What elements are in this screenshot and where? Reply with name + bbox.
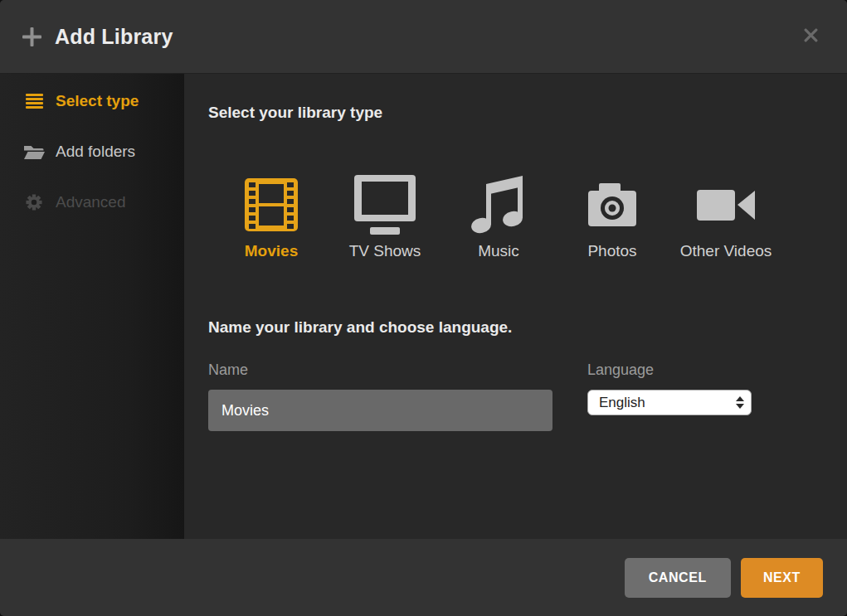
name-language-heading: Name your library and choose language. — [208, 318, 512, 337]
library-type-label: TV Shows — [349, 241, 421, 261]
sidebar-item-advanced: Advanced — [0, 177, 184, 227]
library-type-label: Other Videos — [680, 241, 772, 261]
plus-icon — [22, 27, 41, 46]
dialog-footer: CANCEL NEXT — [0, 539, 847, 616]
cancel-button[interactable]: CANCEL — [625, 558, 731, 598]
language-select-value: English — [599, 395, 645, 411]
library-type-photos[interactable]: Photos — [571, 175, 654, 261]
language-select[interactable]: English — [587, 390, 752, 415]
sidebar-item-add-folders[interactable]: Add folders — [0, 126, 184, 177]
folder-open-icon — [23, 144, 45, 159]
main-content: Select your library type Movies TV Shows… — [184, 74, 847, 539]
select-stepper-icon — [736, 390, 744, 415]
tv-icon — [354, 175, 416, 235]
next-button[interactable]: NEXT — [741, 558, 823, 598]
library-name-input[interactable] — [208, 390, 552, 431]
library-type-other-videos[interactable]: Other Videos — [684, 175, 767, 261]
film-strip-icon — [245, 175, 298, 235]
name-field-label: Name — [208, 361, 248, 379]
add-library-dialog: Add Library Select type Add folders Adva… — [0, 0, 847, 616]
music-note-icon — [471, 175, 526, 235]
sidebar-item-select-type[interactable]: Select type — [0, 75, 184, 126]
library-type-label: Movies — [245, 241, 298, 261]
dialog-header: Add Library — [0, 0, 847, 73]
list-lines-icon — [23, 94, 45, 109]
library-type-label: Music — [478, 241, 519, 261]
sidebar: Select type Add folders Advanced — [0, 74, 184, 539]
close-icon — [802, 27, 820, 46]
library-type-movies[interactable]: Movies — [230, 175, 313, 261]
sidebar-item-label: Add folders — [56, 143, 135, 161]
sidebar-item-label: Select type — [56, 92, 139, 110]
library-type-tv-shows[interactable]: TV Shows — [343, 175, 426, 261]
close-button[interactable] — [799, 23, 823, 50]
language-field-label: Language — [587, 361, 654, 379]
library-type-label: Photos — [587, 241, 636, 261]
library-type-row: Movies TV Shows Music Photos — [230, 175, 767, 261]
camera-icon — [588, 175, 636, 235]
dialog-title: Add Library — [55, 25, 799, 49]
select-type-heading: Select your library type — [208, 104, 382, 122]
gear-icon — [23, 194, 45, 211]
sidebar-item-label: Advanced — [56, 193, 126, 211]
video-camera-icon — [697, 175, 755, 235]
library-type-music[interactable]: Music — [457, 175, 540, 261]
